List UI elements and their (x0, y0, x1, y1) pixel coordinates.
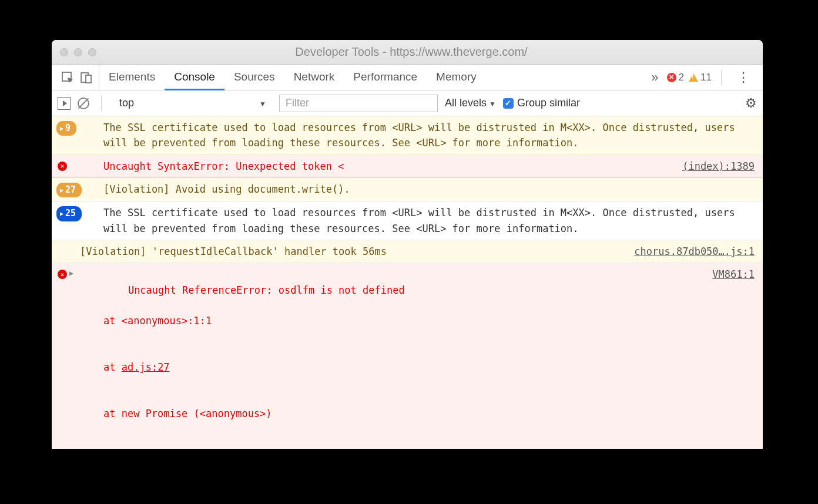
more-tabs-icon[interactable]: » (648, 70, 662, 85)
group-count-pill[interactable]: 9 (56, 121, 76, 136)
log-gutter: ✕ ▶ (56, 267, 80, 279)
close-window-button[interactable] (60, 48, 68, 56)
group-count-pill[interactable]: 25 (56, 206, 82, 221)
console-settings-icon[interactable]: ⚙ (745, 96, 757, 111)
log-source-link[interactable]: (index):1389 (682, 159, 755, 174)
stack-frame: at <anonymous>:1:1 (80, 313, 700, 328)
log-levels-selector[interactable]: All levels (445, 97, 496, 109)
warning-count: 11 (700, 72, 712, 83)
traffic-lights (60, 48, 96, 56)
log-message: Uncaught ReferenceError: osdlfm is not d… (80, 267, 712, 449)
group-similar-label: Group similar (517, 97, 580, 109)
log-row[interactable]: ✕ Uncaught SyntaxError: Unexpected token… (52, 155, 763, 178)
titlebar: Developer Tools - https://www.theverge.c… (52, 40, 763, 65)
error-text: Uncaught ReferenceError: osdlfm is not d… (128, 284, 405, 296)
separator (101, 96, 102, 111)
log-gutter: 25 (56, 205, 103, 221)
log-row[interactable]: 27 [Violation] Avoid using document.writ… (52, 178, 763, 201)
group-similar-checkbox[interactable]: ✓ Group similar (503, 97, 580, 109)
error-icon: ✕ (58, 270, 67, 279)
toggle-sidebar-icon[interactable] (58, 97, 71, 110)
stack-link[interactable]: ad.js:27 (122, 361, 170, 373)
context-value: top (119, 97, 134, 109)
tab-performance[interactable]: Performance (344, 65, 427, 90)
log-gutter: 9 (56, 120, 103, 136)
log-source-link[interactable]: chorus.87db050….js:1 (634, 244, 755, 259)
log-message: Uncaught SyntaxError: Unexpected token < (103, 159, 682, 174)
zoom-window-button[interactable] (88, 48, 96, 56)
error-count: 2 (679, 72, 684, 83)
window-title: Developer Tools - https://www.theverge.c… (96, 45, 726, 59)
tab-elements[interactable]: Elements (99, 65, 165, 90)
log-message: The SSL certificate used to load resourc… (103, 120, 755, 151)
stack-frame: at new Promise (<anonymous>) (80, 406, 700, 421)
log-gutter: 27 (56, 182, 103, 197)
tab-memory[interactable]: Memory (427, 65, 486, 90)
log-gutter (56, 244, 80, 245)
clear-console-icon[interactable] (78, 98, 89, 109)
inspect-element-icon[interactable] (61, 71, 74, 84)
warning-count-badge[interactable]: 11 (689, 72, 712, 83)
log-row[interactable]: 25 The SSL certificate used to load reso… (52, 201, 763, 240)
log-row[interactable]: ✕ ▶ Uncaught ReferenceError: osdlfm is n… (52, 263, 763, 449)
device-toolbar-icon[interactable] (80, 71, 93, 84)
levels-label: All levels (445, 97, 487, 109)
tab-console[interactable]: Console (165, 65, 224, 90)
log-gutter: ✕ (56, 159, 103, 171)
svg-rect-2 (86, 75, 91, 83)
warning-icon (689, 73, 698, 82)
tabbar-right: » ✕ 2 11 ⋮ (648, 65, 759, 90)
filter-input[interactable] (279, 95, 438, 112)
tabbar-left-tools (55, 65, 99, 90)
chevron-down-icon (259, 97, 266, 109)
settings-menu-icon[interactable]: ⋮ (731, 70, 756, 85)
error-icon: ✕ (667, 73, 676, 82)
console-log-area[interactable]: 9 The SSL certificate used to load resou… (52, 116, 763, 449)
context-selector[interactable]: top (113, 95, 272, 112)
log-source-link[interactable]: VM861:1 (712, 267, 755, 282)
log-row[interactable]: [Violation] 'requestIdleCallback' handle… (52, 240, 763, 263)
console-toolbar: top All levels ✓ Group similar ⚙ (52, 90, 763, 116)
log-message: [Violation] 'requestIdleCallback' handle… (80, 244, 634, 259)
group-count-pill[interactable]: 27 (56, 183, 82, 197)
stack-frame: at ad.js:27 (80, 359, 700, 375)
panel-tabs: Elements Console Sources Network Perform… (99, 65, 486, 90)
chevron-down-icon (489, 97, 496, 109)
expand-arrow-icon[interactable]: ▶ (69, 268, 76, 279)
error-count-badge[interactable]: ✕ 2 (667, 72, 684, 83)
log-message: The SSL certificate used to load resourc… (103, 205, 755, 236)
log-message: [Violation] Avoid using document.write()… (103, 182, 755, 197)
error-icon: ✕ (58, 162, 67, 171)
log-row[interactable]: 9 The SSL certificate used to load resou… (52, 116, 763, 155)
minimize-window-button[interactable] (74, 48, 82, 56)
devtools-window: Developer Tools - https://www.theverge.c… (52, 40, 763, 449)
separator (721, 70, 722, 85)
tab-sources[interactable]: Sources (224, 65, 284, 90)
main-tabbar: Elements Console Sources Network Perform… (52, 65, 763, 90)
checkbox-checked-icon: ✓ (503, 98, 514, 109)
tab-network[interactable]: Network (284, 65, 344, 90)
